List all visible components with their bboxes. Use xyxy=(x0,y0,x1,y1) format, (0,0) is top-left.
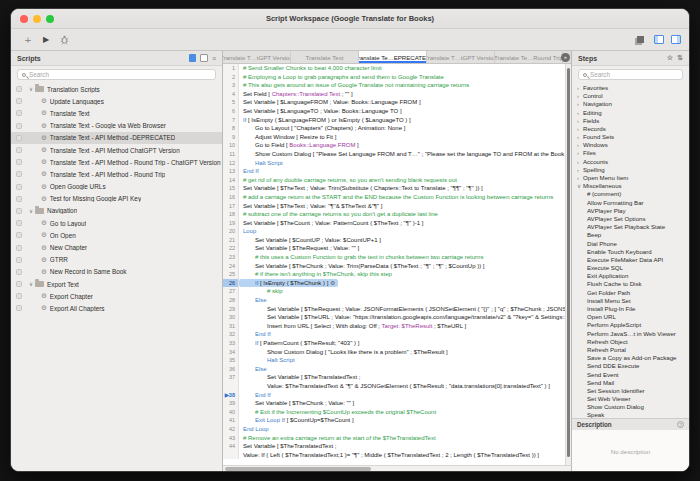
steps-item[interactable]: Allow Formatting Bar xyxy=(572,199,689,207)
steps-category[interactable]: ∨Miscellaneous xyxy=(572,182,689,190)
script-row[interactable]: ⚙On Open xyxy=(11,229,222,241)
steps-item[interactable]: AVPlayer Play xyxy=(572,207,689,215)
line-number[interactable]: 44 xyxy=(223,442,239,451)
script-folder-row[interactable]: ∨Export Text xyxy=(11,278,222,290)
line-number[interactable]: 18 xyxy=(223,210,239,219)
code-line[interactable]: 33If [ PatternCount ( $TheResult; "403" … xyxy=(223,339,565,348)
code-line[interactable]: 29Set Variable [ $TheRequest ; Value: JS… xyxy=(223,305,565,314)
code-line[interactable]: 35Halt Script xyxy=(223,356,565,365)
line-number[interactable]: 13 xyxy=(223,167,239,176)
code-line[interactable]: 19Set Variable [ $TheCount ; Value: Patt… xyxy=(223,219,565,228)
code-line[interactable]: 9Adjust Window [ Resize to Fit ] xyxy=(223,133,565,142)
code-line[interactable]: 14# get rid of any double carriage retur… xyxy=(223,176,565,185)
script-row[interactable]: ⚙Update Languages xyxy=(11,95,222,107)
script-checkbox[interactable] xyxy=(16,184,22,190)
steps-item[interactable]: Install Plug-In File xyxy=(572,305,689,313)
new-script-button[interactable]: + xyxy=(19,34,37,46)
code-line[interactable]: 3# This also gets around an issue of Goo… xyxy=(223,81,565,90)
chevron-down-icon[interactable]: ∨ xyxy=(29,86,33,92)
code-line[interactable]: 4Set Field [ Chapters::Translated Text ;… xyxy=(223,90,565,99)
script-checkbox[interactable] xyxy=(16,86,22,92)
script-checkbox[interactable] xyxy=(16,232,22,238)
toggle-left-pane-button[interactable] xyxy=(654,35,664,44)
line-number[interactable]: 33 xyxy=(223,339,239,348)
steps-item[interactable]: Flush Cache to Disk xyxy=(572,281,689,289)
script-row[interactable]: ⚙Translate Text - API Method -DEPRECATED xyxy=(11,132,222,144)
tab-4[interactable]: Translate T…tGPT Version xyxy=(427,51,495,63)
steps-item[interactable]: Refresh Portal xyxy=(572,346,689,354)
line-number[interactable]: 41 xyxy=(223,416,239,425)
code-line[interactable]: ▶38End If xyxy=(223,391,565,400)
line-number[interactable]: 27 xyxy=(223,287,239,296)
code-line[interactable]: 25# if there isn't anything in $TheChunk… xyxy=(223,270,565,279)
editor-horizontal-scrollbar[interactable] xyxy=(223,465,571,472)
scripts-search-input[interactable]: Search xyxy=(17,69,216,80)
tab-5[interactable]: Translate Te…Round Trip xyxy=(495,51,563,63)
code-line[interactable]: 30Set Variable [ $TheURL ; Value: "https… xyxy=(223,313,565,322)
line-number[interactable]: 2 xyxy=(223,73,239,82)
code-line[interactable]: 43# Remove an extra carriage return at t… xyxy=(223,434,565,443)
script-checkbox[interactable] xyxy=(16,135,22,141)
script-row[interactable]: ⚙Open Google URLs xyxy=(11,181,222,193)
code-line[interactable]: 17Set Variable [ $TheText ; Value: "¶"& … xyxy=(223,202,565,211)
code-line[interactable]: 2# Employing a Loop to grab paragraphs a… xyxy=(223,73,565,82)
copy-icon[interactable] xyxy=(637,36,644,43)
debug-script-icon[interactable] xyxy=(59,34,70,45)
sort-icon[interactable]: ⇅ xyxy=(677,54,683,62)
list-view-icon[interactable]: ≡ xyxy=(212,55,216,62)
editor-vertical-scrollbar[interactable] xyxy=(565,64,571,465)
steps-category[interactable]: ›Fields xyxy=(572,117,689,125)
script-checkbox[interactable] xyxy=(16,293,22,299)
steps-category[interactable]: ›Accounts xyxy=(572,158,689,166)
code-line[interactable]: Value: If ( Left ( $TheTranslatedText;1 … xyxy=(223,451,565,460)
steps-item[interactable]: Execute FileMaker Data API xyxy=(572,256,689,264)
line-number[interactable]: 30 xyxy=(223,313,239,322)
line-number[interactable]: 9 xyxy=(223,133,239,142)
steps-category[interactable]: ›Navigation xyxy=(572,100,689,108)
code-line[interactable]: 27# skip xyxy=(223,287,565,296)
steps-item[interactable]: Enable Touch Keyboard xyxy=(572,248,689,256)
code-line[interactable]: Value: $TheTranslatedText & "¶" & JSONGe… xyxy=(223,382,565,391)
code-line[interactable]: 41Exit Loop If [ $CountUp=$TheCount ] xyxy=(223,416,565,425)
line-number[interactable]: 40 xyxy=(223,408,239,417)
script-checkbox[interactable] xyxy=(16,123,22,129)
script-checkbox[interactable] xyxy=(16,159,22,165)
script-checkbox[interactable] xyxy=(16,245,22,251)
script-checkbox[interactable] xyxy=(16,281,22,287)
script-checkbox[interactable] xyxy=(16,208,22,214)
line-number[interactable]: 4 xyxy=(223,90,239,99)
script-checkbox[interactable] xyxy=(16,98,22,104)
script-checkbox[interactable] xyxy=(16,171,22,177)
line-number[interactable]: 1 xyxy=(223,64,239,73)
script-folder-row[interactable]: ∨Navigation xyxy=(11,205,222,217)
steps-category[interactable]: ›Favorites xyxy=(572,84,689,92)
line-number[interactable]: 5 xyxy=(223,98,239,107)
steps-item[interactable]: AVPlayer Set Options xyxy=(572,215,689,223)
steps-item[interactable]: Exit Application xyxy=(572,272,689,280)
line-number[interactable]: 24 xyxy=(223,262,239,271)
steps-item[interactable]: Send DDE Execute xyxy=(572,362,689,370)
code-line[interactable]: 32End If xyxy=(223,330,565,339)
steps-item[interactable]: # (comment) xyxy=(572,190,689,198)
code-line[interactable]: 22Set Variable [ $TheRequest ; Value: ""… xyxy=(223,244,565,253)
script-row[interactable]: ⚙GTRR xyxy=(11,254,222,266)
tab-2[interactable]: Translate Text xyxy=(291,51,359,63)
code-line[interactable]: 11Show Custom Dialog [ "Please Set Langu… xyxy=(223,150,565,159)
steps-category[interactable]: ›Editing xyxy=(572,109,689,117)
line-number[interactable]: 11 xyxy=(223,150,239,159)
script-checkbox[interactable] xyxy=(16,147,22,153)
new-script-icon[interactable] xyxy=(200,54,208,62)
line-number[interactable]: 21 xyxy=(223,236,239,245)
steps-category[interactable]: ›Records xyxy=(572,125,689,133)
code-line[interactable]: 7If [ IsEmpty ( $LanguageFROM ) or IsEmp… xyxy=(223,116,565,125)
favorites-star-icon[interactable]: ☆ xyxy=(667,54,673,62)
code-line[interactable]: 37Set Variable [ $TheTranslatedText ; xyxy=(223,373,565,382)
steps-item[interactable]: Perform AppleScript xyxy=(572,321,689,329)
script-checkbox[interactable] xyxy=(16,110,22,116)
line-number[interactable]: 16 xyxy=(223,193,239,202)
steps-item[interactable]: Save a Copy as Add-on Package xyxy=(572,354,689,362)
script-row[interactable]: ⚙Translate Text xyxy=(11,107,222,119)
steps-item[interactable]: Install Menu Set xyxy=(572,297,689,305)
steps-item[interactable]: Set Web Viewer xyxy=(572,395,689,403)
line-number[interactable]: 3 xyxy=(223,81,239,90)
